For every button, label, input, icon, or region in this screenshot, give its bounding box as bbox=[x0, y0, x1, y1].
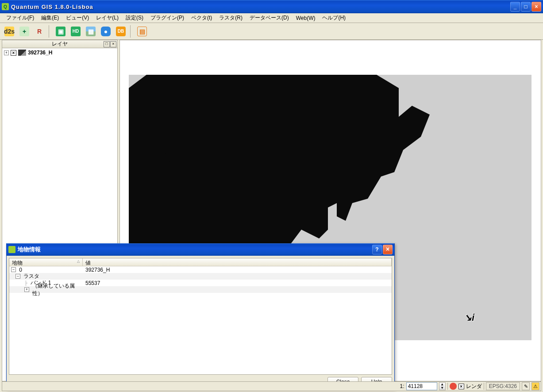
scale-prefix-label: 1: bbox=[400, 383, 404, 389]
menu-help[interactable]: ヘルプ(H) bbox=[319, 13, 349, 23]
tool-hd-button[interactable]: HD bbox=[69, 25, 82, 38]
table-row[interactable]: − 0 392736_H bbox=[9, 266, 392, 273]
scale-spin-buttons[interactable]: ▲▼ bbox=[439, 382, 446, 390]
toolbar-separator bbox=[130, 25, 133, 38]
d2s-button[interactable]: d2s bbox=[3, 25, 16, 38]
identify-cursor-icon: ↘i bbox=[464, 312, 474, 323]
minimize-button[interactable]: _ bbox=[510, 2, 520, 12]
column-header-feature[interactable]: 地物 △ bbox=[9, 258, 83, 266]
add-raster-layer-button[interactable]: R bbox=[33, 25, 46, 38]
crs-button[interactable]: EPSG:4326 bbox=[486, 382, 520, 390]
maximize-button[interactable]: □ bbox=[521, 2, 531, 12]
window-title: Quantum GIS 1.8.0-Lisboa bbox=[11, 4, 510, 10]
expand-toggle[interactable]: + bbox=[4, 50, 9, 55]
column-header-value[interactable]: 値 bbox=[83, 258, 392, 266]
statusbar: 1: ▲▼ × レンダ EPSG:4326 ✎ ⚠ bbox=[2, 381, 541, 391]
menu-edit[interactable]: 編集(E) bbox=[38, 13, 62, 23]
menu-layer[interactable]: レイヤ(L) bbox=[92, 13, 122, 23]
table-header-row: 地物 △ 値 bbox=[9, 258, 392, 266]
tool-db-button[interactable]: DB bbox=[114, 25, 127, 38]
dialog-close-button[interactable]: × bbox=[383, 245, 393, 254]
scale-input[interactable] bbox=[406, 382, 437, 390]
menu-vector[interactable]: ベクタ(t) bbox=[188, 13, 216, 23]
window-titlebar: Q Quantum GIS 1.8.0-Lisboa _ □ × bbox=[0, 0, 543, 13]
expand-toggle[interactable]: − bbox=[11, 267, 16, 272]
dock-float-button[interactable]: □ bbox=[104, 41, 110, 47]
layer-visibility-checkbox[interactable]: × bbox=[11, 50, 16, 56]
identify-results-table[interactable]: 地物 △ 値 − 0 392736_H − ラスタ ├ バンド 1 55537 … bbox=[9, 258, 392, 375]
dialog-help-button[interactable]: ? bbox=[372, 245, 382, 254]
add-vector-layer-button[interactable]: + bbox=[18, 25, 31, 38]
stop-render-icon[interactable] bbox=[450, 383, 457, 390]
dialog-titlebar[interactable]: 地物情報 ? × bbox=[7, 243, 394, 256]
raster-layer-icon bbox=[18, 50, 26, 56]
identify-results-dialog: 地物情報 ? × 地物 △ 値 − 0 392736_H − ラスタ ├ バ bbox=[6, 243, 395, 389]
tool-landscape-button[interactable]: ▦ bbox=[84, 25, 97, 38]
menu-settings[interactable]: 設定(S) bbox=[122, 13, 147, 23]
menu-database[interactable]: データベース(D) bbox=[246, 13, 293, 23]
table-row[interactable]: + （継承している属性） bbox=[9, 286, 392, 293]
toolbar: d2s + R ▣ HD ▦ ● DB ▤ bbox=[0, 23, 543, 40]
layers-panel-header: レイヤ □ × bbox=[2, 40, 117, 48]
expand-toggle[interactable]: − bbox=[15, 274, 20, 279]
table-row[interactable]: − ラスタ bbox=[9, 273, 392, 280]
menu-raster[interactable]: ラスタ(R) bbox=[216, 13, 246, 23]
tool-image-button[interactable]: ▤ bbox=[135, 25, 149, 38]
expand-toggle[interactable]: + bbox=[24, 287, 29, 292]
tool-green1-button[interactable]: ▣ bbox=[54, 25, 67, 38]
render-label: レンダ bbox=[466, 383, 482, 390]
tool-wms-button[interactable]: ● bbox=[99, 25, 112, 38]
dock-close-button[interactable]: × bbox=[110, 41, 116, 47]
warnings-button[interactable]: ⚠ bbox=[531, 382, 539, 390]
close-button[interactable]: × bbox=[531, 2, 541, 12]
dialog-title: 地物情報 bbox=[18, 246, 372, 254]
menu-plugin[interactable]: プラグイン(P) bbox=[147, 13, 188, 23]
toolbar-separator bbox=[49, 25, 51, 38]
sort-indicator-icon: △ bbox=[77, 259, 80, 263]
layers-panel-title: レイヤ bbox=[52, 40, 68, 48]
log-messages-button[interactable]: ✎ bbox=[522, 382, 530, 390]
menu-web[interactable]: Web(W) bbox=[293, 14, 319, 22]
qgis-icon bbox=[8, 246, 15, 253]
layer-item[interactable]: + × 392736_H bbox=[2, 48, 117, 57]
menu-file[interactable]: ファイル(F) bbox=[3, 13, 38, 23]
qgis-icon: Q bbox=[2, 3, 9, 10]
menubar: ファイル(F) 編集(E) ビュー(V) レイヤ(L) 設定(S) プラグイン(… bbox=[0, 13, 543, 23]
menu-view[interactable]: ビュー(V) bbox=[62, 13, 92, 23]
render-checkbox[interactable]: × bbox=[458, 384, 464, 389]
layer-name-label: 392736_H bbox=[28, 50, 52, 56]
